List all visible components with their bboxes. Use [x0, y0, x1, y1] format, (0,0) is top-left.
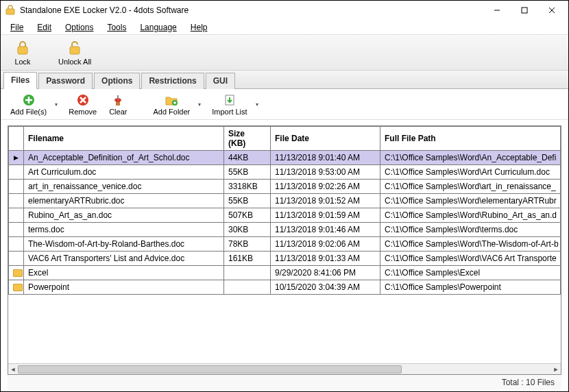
cell-date: 11/13/2018 9:02:06 AM: [271, 237, 380, 252]
tab-password-label: Password: [46, 76, 85, 86]
tab-gui-label: GUI: [213, 76, 228, 86]
maximize-button[interactable]: [511, 1, 538, 20]
window-title: Standalone EXE Locker V2.0 - 4dots Softw…: [20, 5, 189, 15]
cell-filename: An_Acceptable_Definition_of_Art_Schol.do…: [24, 151, 224, 165]
tab-files-label: Files: [11, 75, 29, 85]
remove-icon: [76, 93, 90, 107]
cell-filename: Art Curriculum.doc: [24, 165, 224, 180]
table-row[interactable]: Art Curriculum.doc55KB11/13/2018 9:53:00…: [9, 165, 561, 180]
tab-files[interactable]: Files: [3, 72, 37, 89]
col-header-size[interactable]: Size(KB): [224, 127, 271, 151]
tab-restrictions-label: Restrictions: [149, 76, 196, 86]
table-row[interactable]: art_in_renaissance_venice.doc3318KB11/13…: [9, 180, 561, 194]
cell-size: 507KB: [224, 208, 271, 223]
add-files-label: Add File(s): [10, 108, 47, 116]
cell-date: 11/13/2018 9:01:33 AM: [271, 252, 380, 266]
col-header-date[interactable]: File Date: [271, 127, 380, 151]
cell-path: C:\1\Office Samples\Word\The-Wisdom-of-A…: [380, 237, 561, 252]
cell-size: 78KB: [224, 237, 271, 252]
cell-path: C:\1\Office Samples\Word\VAC6 Art Transp…: [380, 252, 561, 266]
col-header-marker[interactable]: [9, 127, 24, 151]
import-list-dropdown[interactable]: ▾: [254, 97, 260, 111]
cell-filename: art_in_renaissance_venice.doc: [24, 180, 224, 194]
svg-rect-11: [117, 95, 119, 99]
row-marker: [9, 165, 24, 180]
cell-path: C:\1\Office Samples\Word\terms.doc: [380, 223, 561, 237]
tab-options[interactable]: Options: [94, 73, 140, 89]
add-folder-dropdown[interactable]: ▾: [197, 97, 202, 111]
table-row[interactable]: VAC6 Art Transporters' List and Advice.d…: [9, 252, 561, 266]
add-files-button[interactable]: Add File(s): [8, 92, 49, 117]
tab-options-label: Options: [101, 76, 132, 86]
menu-edit[interactable]: Edit: [32, 21, 57, 34]
table-header-row: Filename Size(KB) File Date Full File Pa…: [9, 127, 561, 151]
lock-button[interactable]: Lock: [14, 40, 31, 66]
col-header-filename[interactable]: Filename: [24, 127, 224, 151]
tab-restrictions[interactable]: Restrictions: [141, 73, 204, 89]
menu-help[interactable]: Help: [185, 21, 213, 34]
cell-path: C:\1\Office Samples\Word\Rubino_Art_as_a…: [380, 208, 561, 223]
add-folder-button[interactable]: Add Folder: [150, 92, 193, 117]
menu-options[interactable]: Options: [60, 21, 99, 34]
cell-filename: VAC6 Art Transporters' List and Advice.d…: [24, 252, 224, 266]
menu-tools[interactable]: Tools: [101, 21, 132, 34]
cell-date: 10/15/2020 3:04:39 AM: [271, 280, 380, 295]
cell-date: 11/13/2018 9:53:00 AM: [271, 165, 380, 180]
cell-path: C:\1\Office Samples\Word\An_Acceptable_D…: [380, 151, 561, 165]
cell-date: 11/13/2018 9:01:40 AM: [271, 151, 380, 165]
tab-password[interactable]: Password: [38, 73, 93, 89]
tab-strip: Files Password Options Restrictions GUI: [1, 71, 568, 88]
menu-language[interactable]: Language: [134, 21, 182, 34]
cell-path: C:\1\Office Samples\Word\art_in_renaissa…: [380, 180, 561, 194]
cell-filename: The-Wisdom-of-Art-by-Roland-Barthes.doc: [24, 237, 224, 252]
table-row[interactable]: Excel9/29/2020 8:41:06 PMC:\1\Office Sam…: [9, 266, 561, 280]
cell-date: 11/13/2018 9:01:46 AM: [271, 223, 380, 237]
col-header-path[interactable]: Full File Path: [380, 127, 561, 151]
scroll-left-button[interactable]: ◄: [9, 365, 17, 373]
menu-language-label: Language: [140, 23, 176, 32]
cell-path: C:\1\Office Samples\Excel: [380, 266, 561, 280]
close-button[interactable]: [538, 1, 566, 20]
table-row[interactable]: terms.doc30KB11/13/2018 9:01:46 AMC:\1\O…: [9, 223, 561, 237]
cell-path: C:\1\Office Samples\Powerpoint: [380, 280, 561, 295]
table-row[interactable]: ▶An_Acceptable_Definition_of_Art_Schol.d…: [9, 151, 561, 165]
clear-button[interactable]: Clear: [106, 92, 130, 117]
tab-gui[interactable]: GUI: [206, 73, 235, 89]
svg-rect-0: [6, 9, 14, 14]
scroll-right-button[interactable]: ►: [552, 365, 560, 373]
cell-filename: terms.doc: [24, 223, 224, 237]
row-marker: [9, 266, 24, 280]
cell-path: C:\1\Office Samples\Word\elementaryARTRu…: [380, 194, 561, 208]
clear-icon: [111, 93, 125, 107]
cell-size: [224, 266, 271, 280]
import-icon: [223, 93, 237, 107]
svg-rect-5: [18, 47, 27, 54]
main-toolbar: Lock Unlock All: [1, 35, 568, 71]
cell-size: [224, 280, 271, 295]
add-files-dropdown[interactable]: ▾: [53, 97, 59, 111]
horizontal-scrollbar[interactable]: ◄ ►: [8, 363, 561, 374]
minimize-button[interactable]: [483, 1, 511, 20]
file-table: Filename Size(KB) File Date Full File Pa…: [8, 126, 561, 295]
table-row[interactable]: elementaryARTRubric.doc55KB11/13/2018 9:…: [9, 194, 561, 208]
menu-file[interactable]: File: [5, 21, 29, 34]
table-row[interactable]: Powerpoint10/15/2020 3:04:39 AMC:\1\Offi…: [9, 280, 561, 295]
app-icon: [5, 5, 16, 16]
remove-button[interactable]: Remove: [66, 92, 99, 117]
svg-rect-2: [522, 8, 527, 13]
unlock-all-button[interactable]: Unlock All: [58, 40, 91, 66]
scroll-thumb[interactable]: [18, 365, 402, 373]
cell-filename: Excel: [24, 266, 224, 280]
folder-icon: [13, 284, 23, 291]
cell-size: 30KB: [224, 223, 271, 237]
table-row[interactable]: Rubino_Art_as_an.doc507KB11/13/2018 9:01…: [9, 208, 561, 223]
files-toolbar: Add File(s) ▾ Remove Clear Add Folder ▾ …: [1, 88, 568, 120]
table-row[interactable]: The-Wisdom-of-Art-by-Roland-Barthes.doc7…: [9, 237, 561, 252]
row-marker: ▶: [9, 151, 24, 165]
add-folder-label: Add Folder: [153, 108, 190, 116]
cell-size: 161KB: [224, 252, 271, 266]
status-total: Total : 10 Files: [502, 378, 555, 387]
file-grid[interactable]: Filename Size(KB) File Date Full File Pa…: [8, 125, 561, 375]
import-list-button[interactable]: Import List: [209, 92, 250, 117]
cell-date: 11/13/2018 9:01:52 AM: [271, 194, 380, 208]
